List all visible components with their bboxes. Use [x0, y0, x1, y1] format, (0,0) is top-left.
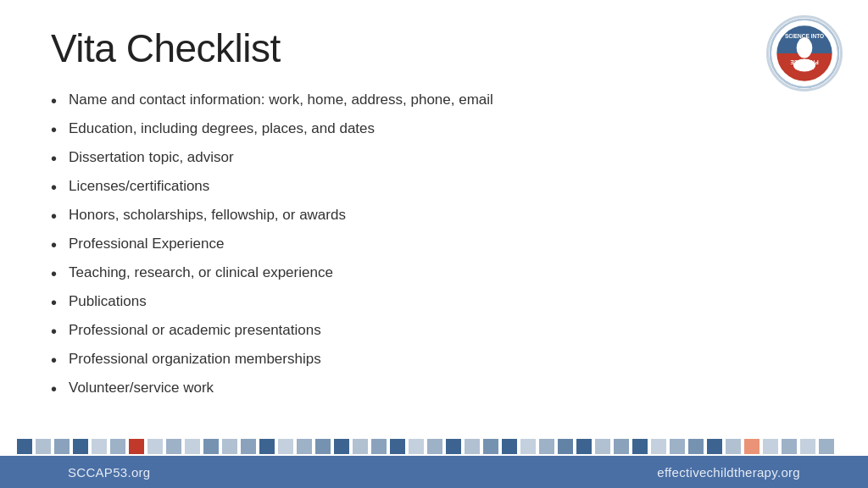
logo-circle: SCIENCE INTO PRACTICE — [766, 15, 843, 92]
science-into-practice-logo: SCIENCE INTO PRACTICE — [769, 18, 840, 89]
checklist-item: Education, including degrees, places, an… — [51, 119, 817, 142]
decorative-block — [446, 439, 461, 454]
checklist-item: Volunteer/service work — [51, 378, 817, 402]
decorative-block — [520, 439, 536, 454]
decorative-block — [632, 439, 648, 454]
decorative-block — [483, 439, 498, 454]
decorative-block — [36, 439, 51, 454]
decorative-block — [73, 439, 88, 454]
decorative-block — [726, 439, 741, 454]
checklist-item: Teaching, research, or clinical experien… — [51, 263, 817, 286]
decorative-block — [241, 439, 256, 454]
decorative-block — [92, 439, 107, 454]
decorative-block — [744, 439, 760, 454]
decorative-block — [763, 439, 778, 454]
footer-right-url: effectivechildtherapy.org — [657, 465, 800, 480]
decorative-block — [502, 439, 517, 454]
bottom-decorative-bar — [0, 437, 868, 456]
checklist-item: Publications — [51, 291, 817, 315]
decorative-block — [185, 439, 200, 454]
footer: SCCAP53.org effectivechildtherapy.org — [0, 456, 868, 488]
checklist-item: Honors, scholarships, fellowship, or awa… — [51, 205, 817, 229]
logo-container: SCIENCE INTO PRACTICE — [766, 15, 843, 92]
main-content: Vita Checklist Name and contact informat… — [0, 0, 868, 424]
checklist-item: Professional organization memberships — [51, 349, 817, 373]
footer-left-url: SCCAP53.org — [68, 465, 151, 480]
decorative-block — [390, 439, 405, 454]
decorative-block — [409, 439, 424, 454]
decorative-block — [129, 439, 144, 454]
decorative-block — [353, 439, 368, 454]
decorative-block — [166, 439, 181, 454]
decorative-block — [259, 439, 275, 454]
decorative-block — [707, 439, 722, 454]
checklist-item: Dissertation topic, advisor — [51, 147, 817, 171]
page-title: Vita Checklist — [51, 25, 817, 71]
decorative-block — [297, 439, 312, 454]
checklist: Name and contact information: work, home… — [51, 90, 817, 402]
decorative-block — [614, 439, 629, 454]
checklist-item: Professional Experience — [51, 234, 817, 258]
decorative-block — [110, 439, 125, 454]
decorative-block — [782, 439, 797, 454]
decorative-block — [427, 439, 442, 454]
decorative-block — [670, 439, 685, 454]
decorative-block — [278, 439, 293, 454]
decorative-block — [315, 439, 331, 454]
svg-point-1 — [797, 37, 813, 58]
decorative-block — [54, 439, 70, 454]
checklist-item: Professional or academic presentations — [51, 320, 817, 344]
checklist-item: Name and contact information: work, home… — [51, 90, 817, 114]
svg-text:SCIENCE INTO: SCIENCE INTO — [785, 33, 824, 39]
decorative-block — [17, 439, 32, 454]
decorative-block — [595, 439, 610, 454]
checklist-item: Licenses/certifications — [51, 176, 817, 200]
decorative-block — [576, 439, 592, 454]
decorative-block — [800, 439, 815, 454]
decorative-block — [334, 439, 349, 454]
decorative-block — [651, 439, 666, 454]
decorative-block — [203, 439, 219, 454]
decorative-block — [688, 439, 704, 454]
decorative-block — [147, 439, 163, 454]
decorative-block — [222, 439, 237, 454]
decorative-block — [539, 439, 554, 454]
decorative-block — [819, 439, 834, 454]
svg-text:PRACTICE: PRACTICE — [790, 59, 819, 65]
decorative-block — [371, 439, 387, 454]
decorative-block — [558, 439, 573, 454]
decorative-block — [465, 439, 480, 454]
